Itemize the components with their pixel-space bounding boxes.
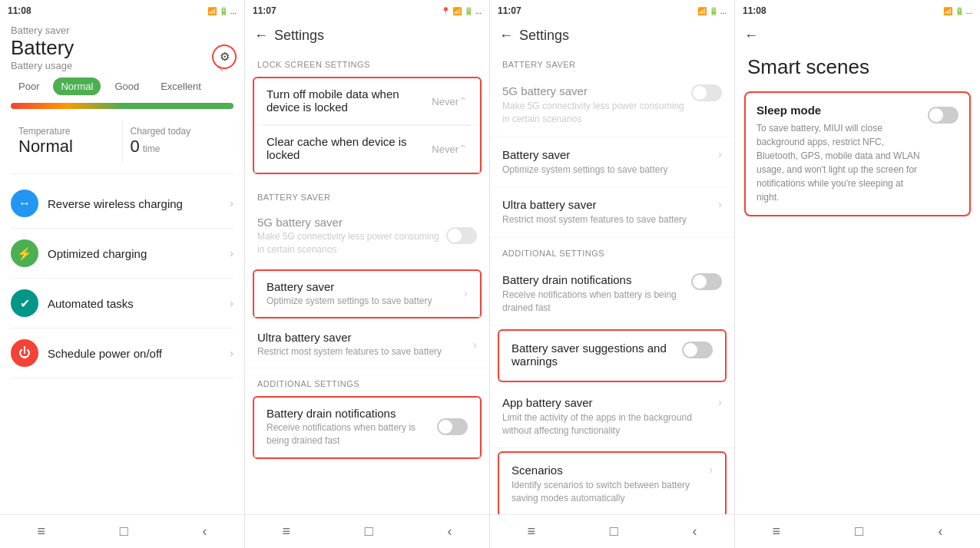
battery-drain-toggle-3[interactable] xyxy=(691,273,722,290)
chevron-scenarios: › xyxy=(709,464,713,476)
nav-bar-4: ← xyxy=(735,21,980,49)
reverse-wireless-label: Reverse wireless charging xyxy=(48,197,230,210)
nav-bar-2: ← Settings xyxy=(245,21,489,49)
battery-drain-item-3[interactable]: Battery drain notifications Receive noti… xyxy=(490,262,734,326)
clear-cache-value: Never xyxy=(432,144,459,155)
menu-icon-bottom-3[interactable]: ≡ xyxy=(527,523,535,540)
clear-cache-item[interactable]: Clear cache when device is locked Never … xyxy=(254,126,480,173)
divider-1 xyxy=(11,173,233,174)
home-icon-bottom-1[interactable]: □ xyxy=(120,523,128,540)
battery-saver-section-label: BATTERY SAVER xyxy=(245,182,489,206)
ultra-battery-desc: Restrict most system features to save ba… xyxy=(257,345,473,358)
back-icon-bottom-2[interactable]: ‹ xyxy=(448,523,452,540)
panel-battery: 11:08 📶 🔋 ... Battery saver Battery ⚙ ↑ … xyxy=(0,0,245,548)
app-battery-saver-title: App battery saver xyxy=(502,396,718,409)
battery-saver-desc-3: Optimize system settings to save battery xyxy=(502,163,718,177)
status-icons-4: 📶 🔋 ... xyxy=(943,7,972,15)
back-icon-bottom-3[interactable]: ‹ xyxy=(693,523,697,540)
additional-section-label: ADDITIONAL SETTINGS xyxy=(245,368,489,393)
optimized-charging-label: Optimized charging xyxy=(48,247,230,260)
chevron-ultra: › xyxy=(473,338,477,351)
scenarios-item[interactable]: Scenarios Identify scenarios to switch b… xyxy=(499,453,725,514)
battery-saver-label-3: BATTERY SAVER xyxy=(490,49,734,74)
battery-icon-4: 🔋 xyxy=(955,7,964,15)
tab-good[interactable]: Good xyxy=(107,78,147,95)
battery-saver-item[interactable]: Battery saver Optimize system settings t… xyxy=(254,271,480,318)
tab-normal[interactable]: Normal xyxy=(53,78,101,95)
home-icon-bottom-2[interactable]: □ xyxy=(365,523,373,540)
battery-drain-desc: Receive notifications when battery is be… xyxy=(267,421,437,447)
temperature-value: Normal xyxy=(18,137,114,157)
chevron-mobile: ⌃ xyxy=(459,95,468,107)
5g-saver-desc-3: Make 5G connectivity less power consumin… xyxy=(502,100,691,126)
chevron-ubs-3: › xyxy=(718,198,722,210)
menu-item-automated-tasks[interactable]: ✔ Automated tasks › xyxy=(11,279,233,328)
app-battery-saver-item[interactable]: App battery saver Limit the activity of … xyxy=(490,385,734,449)
temperature-box: Temperature Normal xyxy=(11,120,122,163)
home-icon-bottom-4[interactable]: □ xyxy=(855,523,863,540)
back-icon-bottom-4[interactable]: ‹ xyxy=(938,523,942,540)
chevron-reverse: › xyxy=(230,197,233,210)
menu-icon-bottom-4[interactable]: ≡ xyxy=(773,523,781,540)
schedule-power-label: Schedule power on/off xyxy=(48,347,230,360)
ultra-battery-desc-3: Restrict most system features to save ba… xyxy=(502,213,718,226)
bottom-bar-1: ≡ □ ‹ xyxy=(0,514,244,548)
bottom-bar-3: ≡ □ ‹ xyxy=(490,514,734,548)
back-button-4[interactable]: ← xyxy=(744,28,758,44)
battery-saver-warnings-item[interactable]: Battery saver suggestions and warnings xyxy=(499,331,725,381)
battery-drain-toggle-1[interactable] xyxy=(437,418,468,435)
home-icon-bottom-3[interactable]: □ xyxy=(610,523,618,540)
status-icons-3: 📶 🔋 ... xyxy=(697,7,727,15)
settings-title-2: Settings xyxy=(519,28,725,44)
5g-saver-title: 5G battery saver xyxy=(257,216,446,229)
smart-scenes-content: Sleep mode To save battery, MIUI will cl… xyxy=(735,91,980,514)
tab-excellent[interactable]: Excellent xyxy=(153,78,209,95)
reverse-wireless-text: Reverse wireless charging xyxy=(48,197,230,210)
lock-screen-section-label: LOCK SCREEN SETTINGS xyxy=(245,49,489,74)
more-icon-2: ... xyxy=(475,7,482,15)
ultra-battery-title: Ultra battery saver xyxy=(257,331,473,344)
ultra-battery-item[interactable]: Ultra battery saver Restrict most system… xyxy=(245,322,489,368)
back-button-2[interactable]: ← xyxy=(254,28,268,44)
ultra-battery-text-3: Ultra battery saver Restrict most system… xyxy=(502,198,718,226)
battery-saver-warnings-toggle[interactable] xyxy=(682,342,713,358)
menu-icon-bottom-1[interactable]: ≡ xyxy=(37,523,45,540)
battery-drain-text-3: Battery drain notifications Receive noti… xyxy=(502,273,691,315)
back-icon-bottom-1[interactable]: ‹ xyxy=(203,523,207,540)
time-4: 11:08 xyxy=(743,5,766,16)
battery-bar xyxy=(11,103,233,109)
status-bar-2: 11:07 📍 📶 🔋 ... xyxy=(245,0,489,21)
ultra-battery-title-3: Ultra battery saver xyxy=(502,198,718,211)
5g-saver-item-3: 5G battery saver Make 5G connectivity le… xyxy=(490,74,734,137)
mobile-data-locked-item[interactable]: Turn off mobile data when device is lock… xyxy=(254,78,480,125)
charged-value: 0 xyxy=(131,137,140,157)
app-battery-saver-text: App battery saver Limit the activity of … xyxy=(502,396,718,437)
signal-icon-4: 📶 xyxy=(943,7,952,15)
battery-saver-desc: Optimize system settings to save battery xyxy=(267,295,464,308)
battery-saver-item-3[interactable]: Battery saver Optimize system settings t… xyxy=(490,137,734,188)
menu-icon-bottom-2[interactable]: ≡ xyxy=(282,523,290,540)
additional-label-3: ADDITIONAL SETTINGS xyxy=(490,238,734,262)
schedule-power-text: Schedule power on/off xyxy=(48,347,230,360)
tab-poor[interactable]: Poor xyxy=(11,78,47,95)
menu-item-optimized-charging[interactable]: ⚡ Optimized charging › xyxy=(11,229,233,279)
temperature-label: Temperature xyxy=(18,126,114,137)
status-bar-4: 11:08 📶 🔋 ... xyxy=(735,0,980,21)
time-1: 11:08 xyxy=(8,5,31,16)
automated-tasks-label: Automated tasks xyxy=(48,297,230,310)
scenarios-title: Scenarios xyxy=(512,464,709,477)
ultra-battery-item-3[interactable]: Ultra battery saver Restrict most system… xyxy=(490,187,734,238)
settings-title-1: Settings xyxy=(274,28,480,44)
bottom-bar-4: ≡ □ ‹ xyxy=(735,514,980,548)
wifi-icon-2: 📶 xyxy=(452,7,462,15)
schedule-power-icon: ⏻ xyxy=(11,339,38,367)
menu-item-reverse-wireless[interactable]: ↔ Reverse wireless charging › xyxy=(11,179,233,229)
sleep-mode-toggle[interactable] xyxy=(928,107,958,124)
battery-info-row: Temperature Normal Charged today 0 time xyxy=(11,120,233,163)
back-button-3[interactable]: ← xyxy=(499,28,513,44)
chevron-optimized: › xyxy=(230,247,233,259)
battery-drain-item[interactable]: Battery drain notifications Receive noti… xyxy=(254,398,480,457)
menu-item-schedule-power[interactable]: ⏻ Schedule power on/off › xyxy=(11,328,233,378)
chevron-cache: ⌃ xyxy=(459,143,468,155)
charged-unit: time xyxy=(143,144,161,154)
